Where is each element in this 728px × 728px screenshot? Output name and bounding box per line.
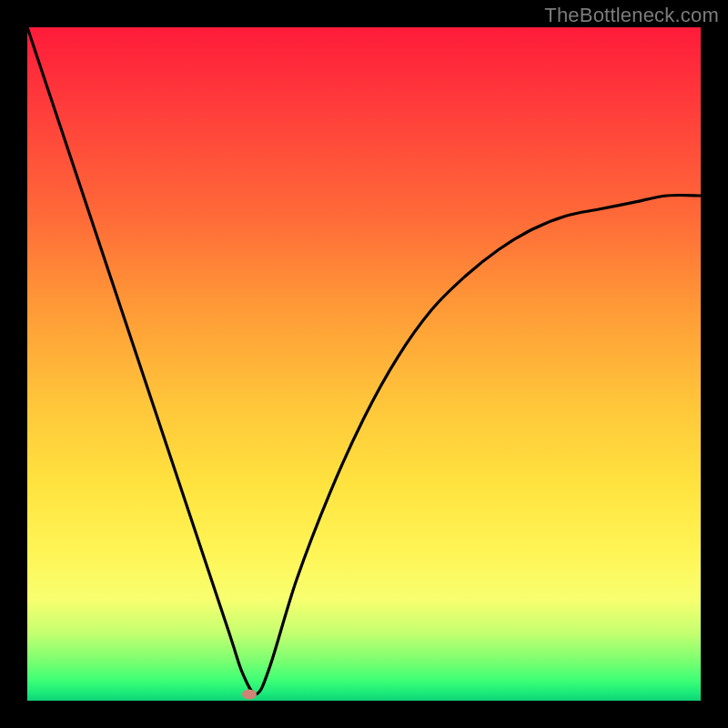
min-marker-dot <box>242 689 257 699</box>
plot-area <box>27 27 701 701</box>
bottleneck-curve <box>27 27 701 701</box>
chart-frame: TheBottleneck.com <box>0 0 728 728</box>
watermark-text: TheBottleneck.com <box>544 4 719 27</box>
